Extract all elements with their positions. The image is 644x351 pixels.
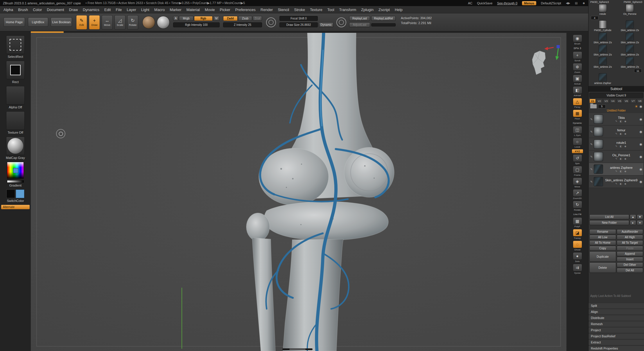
texture-selector[interactable]: Texture Off [6, 111, 25, 134]
append-button[interactable]: Append [617, 251, 643, 256]
duplicate-button[interactable]: Duplicate [589, 251, 616, 262]
live-boolean-button[interactable]: Live Boolean [51, 17, 72, 27]
shelf-frame[interactable]: ▢ Frame [573, 166, 582, 176]
visibility-eye-icon[interactable]: ◉ [639, 155, 642, 158]
viewport-canvas[interactable] [31, 33, 566, 351]
section-split[interactable]: Split [589, 303, 644, 308]
focal-shift-slider[interactable]: Focal Shift 0 [279, 16, 318, 21]
current-material-thumbnail[interactable] [157, 16, 170, 29]
folder-out-button[interactable]: ▸ [630, 220, 636, 225]
tab-v1[interactable]: V1 [589, 99, 596, 103]
color-gradient-swatch[interactable] [7, 162, 24, 179]
primary-color-swatch[interactable] [6, 189, 15, 198]
all-high-button[interactable]: All High [617, 235, 643, 240]
shelf-transp[interactable]: ◪ Transp [573, 229, 582, 239]
shelf-actual[interactable]: ▣ Actual [573, 75, 582, 85]
replay-last-rel-button[interactable]: ReplayLastRel [371, 16, 396, 21]
tab-v8[interactable]: V8 [637, 99, 643, 103]
lightbox-button[interactable]: LightBox [28, 17, 48, 27]
menu-brush[interactable]: Brush [18, 8, 28, 12]
tab-v3[interactable]: V3 [603, 99, 609, 103]
shelf-ghost[interactable]: ◌ Ghost [573, 241, 582, 251]
row-toggle-icons[interactable]: ✎ ◧ ◉ [616, 132, 627, 135]
autoreorder-button[interactable]: AutoReorder [617, 229, 643, 234]
shelf-zoom3d[interactable]: ↗ Zoom3D [573, 189, 582, 200]
stroke-falloff-icon[interactable] [266, 17, 276, 27]
tool-item[interactable]: Skin_artères Zs [617, 45, 643, 56]
menu-file[interactable]: File [116, 8, 122, 12]
shelf-lsym[interactable]: ◫ L.Sym [573, 126, 582, 137]
row-toggle-icons[interactable]: ✎ ◧ ◉ [616, 120, 627, 123]
row-toggle-icons[interactable]: ✎ ◧ ◉ [616, 182, 627, 185]
color-picker[interactable]: Gradient [7, 162, 24, 187]
shelf-brush[interactable]: ◉ Brush [573, 35, 582, 45]
zsub-button[interactable]: Zsub [238, 16, 252, 21]
section-distribute[interactable]: Distribute [589, 315, 644, 320]
canvas-horizontal-scrollbar[interactable] [282, 348, 313, 350]
menu-edit[interactable]: Edit [104, 8, 111, 12]
menu-light[interactable]: Light [141, 8, 149, 12]
rename-button[interactable]: Rename [589, 229, 616, 234]
menu-render[interactable]: Render [261, 8, 273, 12]
stroke-selectrect-tool[interactable]: SelectRect [6, 35, 25, 58]
user-icon[interactable]: ☻ [582, 1, 585, 5]
menu-material[interactable]: Material [186, 8, 200, 12]
shelf-solo[interactable]: ● Solo [573, 252, 582, 263]
tab-v6[interactable]: V6 [623, 99, 629, 103]
tab-v2[interactable]: V2 [596, 99, 602, 103]
home-page-button[interactable]: Home Page [3, 17, 25, 27]
visibility-eye-icon[interactable]: ◉ [639, 130, 642, 133]
switch-color-control[interactable]: SwitchColor [6, 189, 24, 203]
tool-item[interactable]: Skin_artères Zs [589, 33, 616, 44]
tool-item[interactable]: Skin_artères Zs [589, 57, 616, 68]
scrollbar-handle[interactable] [289, 349, 306, 350]
folder-actions-gear-icon[interactable]: ☀ [635, 105, 638, 108]
folder-name[interactable]: Untitled Folder [589, 108, 644, 113]
menu-stencil[interactable]: Stencil [278, 8, 289, 12]
a-toggle[interactable]: A [173, 16, 178, 21]
row-toggle-icons[interactable]: ✎ ◧ ◉ [616, 170, 627, 173]
shelf-spin[interactable]: ↺ Spin [573, 154, 582, 165]
quicksave-button[interactable]: QuickSave [477, 1, 492, 5]
tool-item[interactable]: PM3D_Cylinde [589, 20, 616, 32]
visibility-eye-icon[interactable]: ◉ [639, 118, 642, 121]
edit-mode-button[interactable]: ✎ Edit [76, 15, 87, 30]
menu-picker[interactable]: Picker [220, 8, 230, 12]
section-redshift-properties[interactable]: Redshift Properties [589, 345, 644, 351]
tool-item[interactable]: Skin_artères Zs [617, 20, 643, 32]
material-selector[interactable]: MatCap Gray [6, 137, 25, 160]
menu-color[interactable]: Color [33, 8, 42, 12]
folder-visibility-eye-icon[interactable]: ◉ [639, 105, 642, 108]
default-zscript-button[interactable]: DefaultZScript [541, 1, 561, 5]
menus-button[interactable]: Menus [522, 1, 536, 5]
visibility-eye-icon[interactable]: ◉ [639, 168, 642, 171]
scale-mode-button[interactable]: ◿ Scale [114, 15, 125, 30]
dynamic-draw-size-toggle[interactable]: Dynamic [319, 22, 333, 27]
visible-count-slider[interactable]: Visible Count 9 [589, 93, 643, 98]
visibility-eye-icon[interactable]: ◉ [639, 143, 642, 146]
subtool-row-tibia[interactable]: ✎ Tibia✎ ◧ ◉ ◉ [589, 113, 643, 126]
menu-zscript[interactable]: Zscript [378, 8, 390, 12]
folder-in-button[interactable]: ▾ [637, 220, 643, 225]
copy-button[interactable]: Copy [589, 246, 616, 251]
subtool-section-header[interactable]: Subtool [589, 86, 644, 92]
tool-item[interactable]: Skin_artères Zs [589, 45, 616, 56]
menu-zplugin[interactable]: Zplugin [361, 8, 374, 12]
menu-transform[interactable]: Transform [339, 8, 356, 12]
del-all-button[interactable]: Del All [617, 268, 643, 273]
shelf-local[interactable]: ☼ Local [573, 138, 582, 148]
list-all-button[interactable]: List All [589, 214, 629, 219]
section-project-basrelief[interactable]: Project BasRelief [589, 333, 644, 339]
shelf-rotate3d[interactable]: ↻ Rotate [573, 201, 582, 211]
tab-v4[interactable]: V4 [610, 99, 616, 103]
grid-icon[interactable]: ▤ [575, 1, 577, 5]
menu-texture[interactable]: Texture [310, 8, 322, 12]
m-button[interactable]: M [213, 16, 220, 21]
current-brush-thumbnail[interactable] [142, 16, 155, 29]
shelf-scroll[interactable]: + Scroll [573, 51, 582, 62]
all-to-target-button[interactable]: All To Target [617, 240, 643, 245]
menu-help[interactable]: Help [395, 8, 403, 12]
shelf-xpose[interactable]: ⇉ Xpose [573, 264, 582, 274]
alpha-selector[interactable]: Alpha Off [6, 86, 25, 109]
menu-movie[interactable]: Movie [205, 8, 215, 12]
